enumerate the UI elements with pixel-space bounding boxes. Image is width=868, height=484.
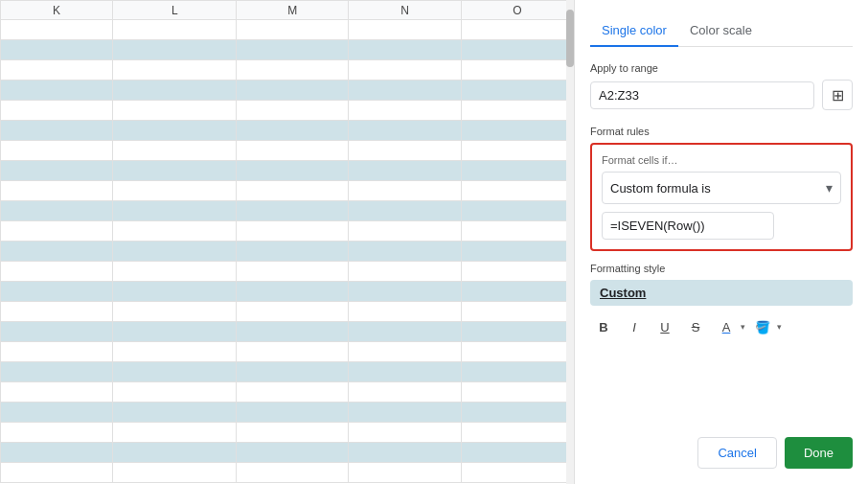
table-row[interactable] — [349, 221, 461, 242]
table-row[interactable] — [461, 443, 573, 463]
table-row[interactable] — [349, 121, 461, 141]
table-row[interactable] — [461, 161, 573, 181]
table-row[interactable] — [1, 262, 113, 282]
table-row[interactable] — [113, 382, 237, 403]
table-row[interactable] — [113, 20, 237, 40]
table-row[interactable] — [461, 201, 573, 221]
table-row[interactable] — [237, 423, 349, 443]
table-row[interactable] — [1, 282, 113, 302]
tab-color-scale[interactable]: Color scale — [678, 15, 764, 47]
table-row[interactable] — [237, 101, 349, 121]
table-row[interactable] — [113, 40, 237, 60]
fill-color-button[interactable]: 🪣 — [749, 313, 776, 340]
table-row[interactable] — [349, 282, 461, 302]
table-row[interactable] — [461, 221, 573, 242]
table-row[interactable] — [237, 221, 349, 242]
table-row[interactable] — [349, 181, 461, 201]
table-row[interactable] — [237, 443, 349, 463]
font-color-dropdown[interactable]: A ▾ — [713, 313, 745, 340]
table-row[interactable] — [349, 20, 461, 40]
table-row[interactable] — [349, 322, 461, 342]
table-row[interactable] — [1, 322, 113, 342]
table-row[interactable] — [1, 382, 113, 403]
table-row[interactable] — [113, 101, 237, 121]
table-row[interactable] — [237, 201, 349, 221]
table-row[interactable] — [1, 40, 113, 60]
table-row[interactable] — [237, 20, 349, 40]
table-row[interactable] — [237, 242, 349, 262]
table-row[interactable] — [237, 262, 349, 282]
table-row[interactable] — [349, 403, 461, 423]
table-row[interactable] — [461, 302, 573, 322]
table-row[interactable] — [1, 181, 113, 201]
table-row[interactable] — [113, 463, 237, 483]
table-row[interactable] — [349, 141, 461, 161]
col-header-k[interactable]: K — [1, 1, 113, 20]
table-row[interactable] — [349, 262, 461, 282]
table-row[interactable] — [113, 181, 237, 201]
table-row[interactable] — [237, 282, 349, 302]
table-row[interactable] — [461, 242, 573, 262]
table-row[interactable] — [461, 181, 573, 201]
table-row[interactable] — [113, 141, 237, 161]
formula-input[interactable] — [602, 212, 774, 240]
range-input[interactable] — [590, 81, 814, 109]
table-row[interactable] — [113, 161, 237, 181]
table-row[interactable] — [113, 121, 237, 141]
table-row[interactable] — [1, 242, 113, 262]
table-row[interactable] — [461, 423, 573, 443]
table-row[interactable] — [237, 121, 349, 141]
table-row[interactable] — [461, 403, 573, 423]
table-row[interactable] — [237, 40, 349, 60]
tab-single-color[interactable]: Single color — [590, 15, 678, 47]
table-row[interactable] — [349, 101, 461, 121]
table-row[interactable] — [461, 60, 573, 81]
table-row[interactable] — [349, 423, 461, 443]
table-row[interactable] — [237, 362, 349, 382]
table-row[interactable] — [461, 81, 573, 101]
strikethrough-button[interactable]: S — [682, 313, 709, 340]
table-row[interactable] — [113, 282, 237, 302]
table-row[interactable] — [113, 60, 237, 81]
table-row[interactable] — [113, 322, 237, 342]
table-row[interactable] — [237, 403, 349, 423]
table-row[interactable] — [349, 161, 461, 181]
table-row[interactable] — [461, 322, 573, 342]
done-button[interactable]: Done — [785, 437, 853, 469]
table-row[interactable] — [113, 423, 237, 443]
table-row[interactable] — [349, 201, 461, 221]
fill-color-dropdown[interactable]: 🪣 ▾ — [749, 313, 782, 340]
font-color-button[interactable]: A — [713, 313, 740, 340]
table-row[interactable] — [461, 463, 573, 483]
table-row[interactable] — [113, 201, 237, 221]
table-row[interactable] — [461, 262, 573, 282]
table-row[interactable] — [1, 221, 113, 242]
table-row[interactable] — [349, 382, 461, 403]
italic-button[interactable]: I — [621, 313, 648, 340]
table-row[interactable] — [1, 161, 113, 181]
table-row[interactable] — [1, 423, 113, 443]
table-row[interactable] — [349, 443, 461, 463]
table-row[interactable] — [113, 342, 237, 362]
cancel-button[interactable]: Cancel — [697, 437, 776, 469]
table-row[interactable] — [461, 101, 573, 121]
table-row[interactable] — [1, 121, 113, 141]
bold-button[interactable]: B — [590, 313, 617, 340]
col-header-l[interactable]: L — [113, 1, 237, 20]
table-row[interactable] — [113, 362, 237, 382]
table-row[interactable] — [237, 141, 349, 161]
table-row[interactable] — [237, 161, 349, 181]
table-row[interactable] — [461, 121, 573, 141]
table-row[interactable] — [349, 60, 461, 81]
table-row[interactable] — [1, 362, 113, 382]
table-row[interactable] — [461, 40, 573, 60]
table-row[interactable] — [113, 242, 237, 262]
table-row[interactable] — [1, 443, 113, 463]
table-row[interactable] — [461, 282, 573, 302]
table-row[interactable] — [1, 302, 113, 322]
table-row[interactable] — [1, 81, 113, 101]
col-header-o[interactable]: O — [461, 1, 573, 20]
table-row[interactable] — [1, 463, 113, 483]
table-row[interactable] — [1, 201, 113, 221]
table-row[interactable] — [237, 302, 349, 322]
